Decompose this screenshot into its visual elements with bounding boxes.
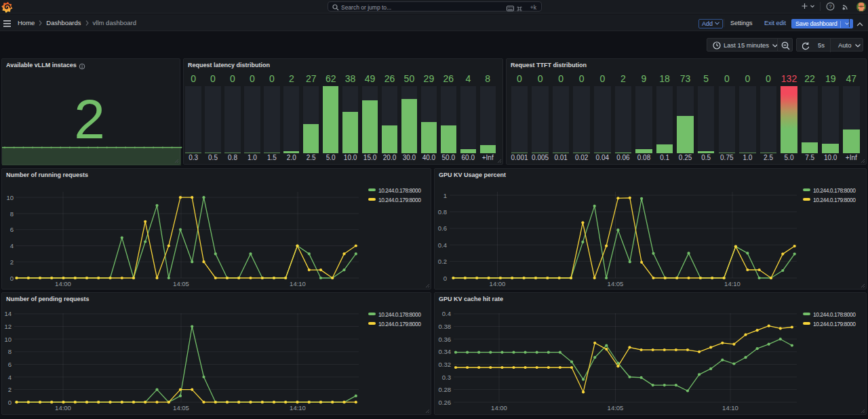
svg-text:14:10: 14:10 xyxy=(290,280,306,287)
svg-text:0: 0 xyxy=(10,275,14,282)
svg-text:0.34: 0.34 xyxy=(439,348,452,355)
svg-text:0: 0 xyxy=(443,275,447,282)
svg-text:0.38: 0.38 xyxy=(439,323,452,330)
svg-text:0.26: 0.26 xyxy=(439,399,452,406)
svg-text:14:10: 14:10 xyxy=(722,404,738,412)
svg-text:14: 14 xyxy=(4,310,12,317)
svg-text:0.6: 0.6 xyxy=(438,224,447,232)
svg-text:10: 10 xyxy=(6,194,14,201)
svg-text:0: 0 xyxy=(8,399,12,406)
svg-text:6: 6 xyxy=(10,226,14,233)
svg-text:8: 8 xyxy=(8,348,12,355)
svg-text:0.3: 0.3 xyxy=(442,374,451,381)
svg-text:2: 2 xyxy=(10,258,14,266)
svg-text:0.28: 0.28 xyxy=(439,386,452,393)
svg-text:?: ? xyxy=(829,3,832,9)
svg-text:0.4: 0.4 xyxy=(442,310,451,317)
svg-text:0.36: 0.36 xyxy=(439,336,452,343)
svg-text:14:05: 14:05 xyxy=(173,280,189,287)
svg-text:8: 8 xyxy=(10,210,14,218)
svg-text:14:00: 14:00 xyxy=(55,280,71,287)
svg-text:6: 6 xyxy=(8,361,12,368)
svg-text:4: 4 xyxy=(8,374,12,381)
svg-text:14:05: 14:05 xyxy=(173,404,189,412)
svg-text:4: 4 xyxy=(10,242,14,250)
svg-text:10: 10 xyxy=(4,336,12,343)
svg-text:0.4: 0.4 xyxy=(438,241,447,249)
svg-text:14:05: 14:05 xyxy=(608,280,624,287)
svg-text:0.2: 0.2 xyxy=(438,258,447,265)
svg-text:14:05: 14:05 xyxy=(608,404,624,412)
svg-text:1: 1 xyxy=(443,192,447,199)
svg-text:14:00: 14:00 xyxy=(491,404,507,412)
svg-text:14:10: 14:10 xyxy=(724,280,741,287)
svg-text:0.32: 0.32 xyxy=(439,361,452,368)
svg-text:2: 2 xyxy=(8,386,12,393)
svg-text:14:10: 14:10 xyxy=(290,404,306,412)
svg-text:14:00: 14:00 xyxy=(490,280,506,287)
svg-text:14:00: 14:00 xyxy=(55,404,71,412)
svg-text:0.8: 0.8 xyxy=(438,208,447,216)
svg-text:12: 12 xyxy=(4,323,12,330)
